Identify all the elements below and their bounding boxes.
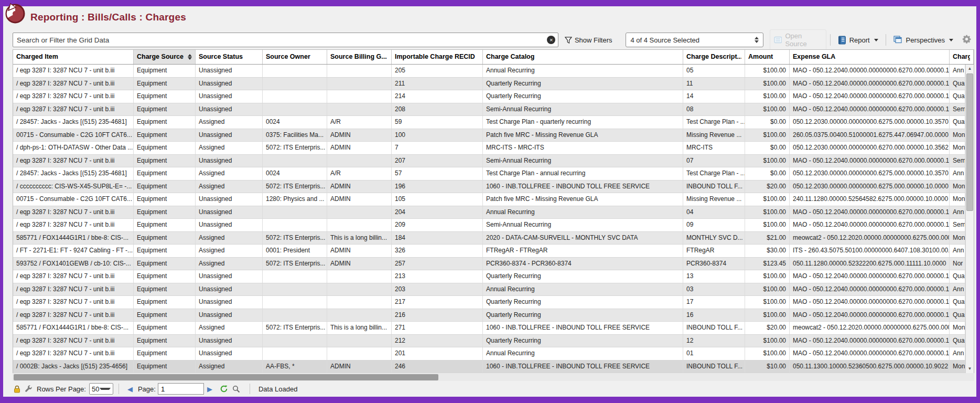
table-cell: ADMIN [327, 129, 392, 142]
table-cell: Unassigned [196, 219, 263, 231]
table-cell: $100.00 [745, 155, 790, 167]
table-row[interactable]: / eqp 3287 I: 3287 NCU 7 - unit b.iiiEqu… [13, 309, 965, 322]
table-cell: $100.00 [745, 270, 790, 283]
column-header-charge[interactable]: Charge [950, 50, 974, 64]
show-filters-button[interactable]: Show Filters [575, 36, 612, 44]
column-header-charge-catalog[interactable]: Charge Catalog [483, 50, 683, 64]
table-row[interactable]: / dph-ps-1: OTH-DATASW - Other Data ...E… [13, 142, 965, 155]
table-row[interactable]: 585771 / FOX1444G1R1 / bbe-8: CIS-...Equ… [13, 232, 965, 245]
table-cell: Unassigned [196, 335, 263, 347]
prev-page-icon[interactable]: ◀ [124, 385, 136, 393]
table-cell: Quarterly Recurring [483, 90, 683, 103]
search-input[interactable] [13, 33, 558, 47]
table-row[interactable]: / cccccccccc: CIS-WS-X45-SUP8L-E= -...Eq… [13, 181, 965, 194]
column-header-expense-gla[interactable]: Expense GLA [790, 50, 950, 64]
table-row[interactable]: 00715 - Consumable - C2G 10FT CAT6...Equ… [13, 193, 965, 206]
zoom-button[interactable] [232, 385, 240, 393]
table-row[interactable]: 585771 / FOX1444G1R1 / bbe-8: CIS-...Equ… [13, 322, 965, 335]
table-cell: 59 [392, 116, 483, 129]
lock-button[interactable] [14, 385, 20, 393]
table-cell: / 28457: Jacks - Jacks [(515) 235-4681] [13, 116, 134, 129]
table-cell: 0024 [263, 167, 327, 180]
table-row[interactable]: / 0002B: Jacks - Jacks [(515) 235-4656]E… [13, 360, 965, 374]
table-cell: $123.45 [745, 258, 790, 270]
table-cell: $10.00 [745, 360, 790, 373]
refresh-button[interactable] [220, 385, 228, 393]
toolbar: × Show Filters 4 of 4 Source Selected Op… [13, 30, 971, 49]
table-row[interactable]: / eqp 3287 I: 3287 NCU 7 - unit b.iiiEqu… [13, 155, 965, 168]
column-header-source-owner[interactable]: Source Owner [263, 50, 327, 64]
data-grid: Charged ItemCharge SourceSource StatusSo… [13, 49, 974, 373]
source-selector-dropdown[interactable]: 4 of 4 Source Selected [626, 33, 763, 47]
vertical-scrollbar[interactable]: ▲ ▼ [965, 65, 974, 373]
table-cell: Equipment [134, 296, 196, 309]
open-source-button[interactable]: Open Source [770, 29, 826, 50]
table-row[interactable]: / eqp 3287 I: 3287 NCU 7 - unit b.iiiEqu… [13, 270, 965, 283]
table-cell: 1060 - INB.TOLLFREE - INBOUND TOLL FREE … [483, 322, 683, 334]
table-cell: Ann [950, 245, 965, 257]
column-header-charge-descript[interactable]: Charge Descript... [683, 50, 745, 64]
horizontal-scrollbar[interactable] [13, 373, 974, 381]
table-cell: 0024 [263, 116, 327, 129]
chevron-down-icon [100, 388, 111, 390]
table-cell: 593752 / FOX1401GEWB / cb-10: CIS-... [13, 258, 134, 270]
grid-footer-bar: Rows Per Page: 50 ◀ Page: ▶ [3, 381, 976, 397]
table-row[interactable]: / eqp 3287 I: 3287 NCU 7 - unit b.iiiEqu… [13, 103, 965, 116]
page-number-input[interactable] [158, 383, 204, 395]
table-row[interactable]: / FT - 2271-E1: FT - 9247 Cabling - FT -… [13, 245, 965, 258]
scroll-down-icon[interactable]: ▼ [966, 365, 974, 373]
table-cell: Equipment [134, 206, 196, 219]
column-header-source-status[interactable]: Source Status [196, 50, 263, 64]
horizontal-scrollbar-thumb[interactable] [14, 374, 438, 380]
tools-button[interactable] [25, 385, 33, 393]
table-row[interactable]: / eqp 3287 I: 3287 NCU 7 - unit b.iiiEqu… [13, 78, 965, 91]
report-button[interactable]: Report [834, 34, 882, 47]
table-cell [327, 270, 392, 283]
table-cell: Semi-Annual Recurring [483, 219, 683, 231]
table-cell: Equipment [134, 335, 196, 347]
table-row[interactable]: / 28457: Jacks - Jacks [(515) 235-4681]E… [13, 116, 965, 129]
table-cell: $100.00 [745, 103, 790, 116]
table-cell: Equipment [134, 116, 196, 129]
table-cell: 5072: ITS Enterpris... [263, 142, 327, 154]
next-page-icon[interactable]: ▶ [204, 385, 216, 393]
column-header-amount[interactable]: Amount [745, 50, 790, 64]
table-row[interactable]: / eqp 3287 I: 3287 NCU 7 - unit b.iiiEqu… [13, 219, 965, 232]
table-row[interactable]: / eqp 3287 I: 3287 NCU 7 - unit b.iiiEqu… [13, 65, 965, 78]
table-row[interactable]: / eqp 3287 I: 3287 NCU 7 - unit b.iiiEqu… [13, 283, 965, 296]
table-cell: 050.12.2030.00000.00000000.6275.000.0000… [790, 181, 950, 193]
table-row[interactable]: / eqp 3287 I: 3287 NCU 7 - unit b.iiiEqu… [13, 90, 965, 103]
perspectives-button[interactable]: Perspectives [890, 34, 957, 46]
table-cell: MAO - 050.12.2040.00000.00000000.6270.00… [790, 206, 950, 219]
settings-button[interactable] [962, 35, 971, 46]
scroll-up-icon[interactable]: ▲ [966, 65, 974, 73]
column-header-charge-source[interactable]: Charge Source [134, 50, 196, 64]
column-header-charged-item[interactable]: Charged Item [13, 50, 134, 64]
table-cell: MAO - 050.12.2040.00000.00000000.6270.00… [790, 155, 950, 167]
table-cell [263, 65, 327, 77]
table-cell: Equipment [134, 90, 196, 103]
rows-per-page-select[interactable]: 50 [89, 383, 113, 395]
table-cell: ITS - 260.43.5075.50100.00000000.6407.10… [790, 245, 950, 257]
app-logo-icon [4, 2, 26, 24]
table-cell [263, 296, 327, 309]
table-row[interactable]: / eqp 3287 I: 3287 NCU 7 - unit b.iiiEqu… [13, 335, 965, 348]
vertical-scrollbar-thumb[interactable] [966, 73, 973, 211]
table-row[interactable]: / eqp 3287 I: 3287 NCU 7 - unit b.iiiEqu… [13, 347, 965, 360]
clear-search-icon[interactable]: × [547, 36, 555, 44]
table-cell: Equipment [134, 360, 196, 373]
table-cell [327, 347, 392, 360]
table-cell: MAO - 050.12.2040.00000.00000000.6270.00… [790, 103, 950, 116]
table-row[interactable]: 593752 / FOX1401GEWB / cb-10: CIS-...Equ… [13, 258, 965, 271]
table-cell: MAO - 050.12.2040.00000.00000000.6270.00… [790, 283, 950, 296]
table-row[interactable]: 00715 - Consumable - C2G 10FT CAT6...Equ… [13, 129, 965, 142]
column-header-source-billing-g[interactable]: Source Billing G... [327, 50, 392, 64]
filter-funnel-icon[interactable] [565, 36, 572, 44]
column-header-importable-charge-recid[interactable]: Importable Charge RECID [392, 50, 483, 64]
table-row[interactable]: / 28457: Jacks - Jacks [(515) 235-4681]E… [13, 167, 965, 181]
table-row[interactable]: / eqp 3287 I: 3287 NCU 7 - unit b.iiiEqu… [13, 296, 965, 309]
table-cell: 03 [683, 283, 745, 296]
table-row[interactable]: / eqp 3287 I: 3287 NCU 7 - unit b.iiiEqu… [13, 206, 965, 219]
table-cell: Equipment [134, 322, 196, 334]
open-source-icon [774, 36, 782, 44]
